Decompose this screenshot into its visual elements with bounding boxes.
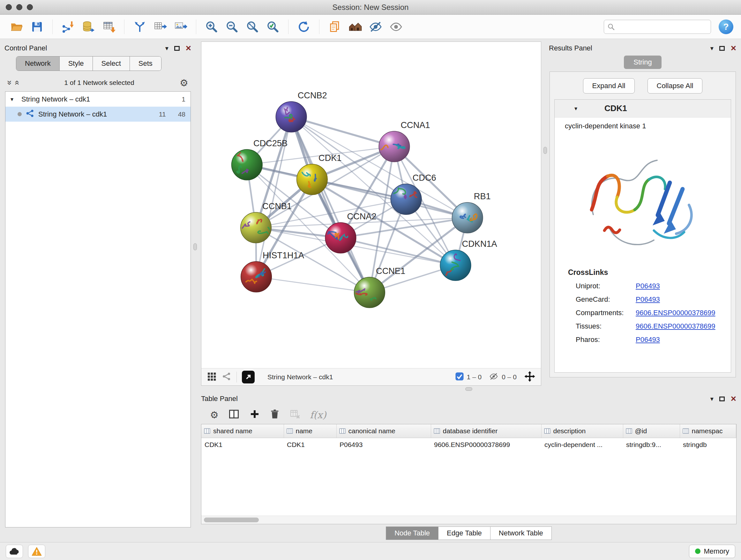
column-header[interactable]: shared name [201,424,284,438]
open-session-button[interactable] [8,18,25,36]
network-node-hist1h1a[interactable]: HIST1H1A [241,250,304,292]
export-network-button[interactable] [151,18,169,36]
zoom-fit-button[interactable] [244,18,261,36]
panel-menu-caret-icon[interactable]: ▾ [165,44,169,52]
pan-move-icon[interactable] [524,370,536,384]
save-session-button[interactable] [28,18,46,36]
tab-string[interactable]: String [624,56,661,69]
close-panel-icon[interactable]: ✕ [731,395,737,403]
cell-name[interactable]: CDK1 [284,438,336,451]
left-splitter-handle[interactable] [193,243,197,250]
show-all-button[interactable] [387,18,405,36]
expand-all-button[interactable]: Expand All [583,78,635,94]
network-from-selection-button[interactable] [131,18,149,36]
network-node-rb1[interactable]: RB1 [452,191,490,233]
panel-menu-caret-icon[interactable]: ▾ [711,44,714,52]
table-splitter-handle[interactable] [465,387,472,391]
tissues-link[interactable]: 9606.ENSP00000378699 [636,322,716,330]
compartments-link[interactable]: 9606.ENSP00000378699 [636,309,716,317]
hidden-eye-slash-icon[interactable] [488,372,499,382]
search-box[interactable] [604,20,711,34]
network-edge[interactable] [291,117,394,146]
close-panel-icon[interactable]: ✕ [185,44,192,53]
network-row[interactable]: String Network – cdk1 11 48 [5,107,191,122]
cell-namespace[interactable]: stringdb [680,438,736,451]
tab-node-table[interactable]: Node Table [386,526,439,540]
gene-accordion-header[interactable]: ▾ CDK1 [555,100,731,118]
string-home-button[interactable] [346,18,364,36]
function-builder-button[interactable]: f(x) [310,409,326,421]
maximize-window-button[interactable] [27,4,33,10]
tab-select[interactable]: Select [93,57,130,71]
search-input[interactable] [617,21,708,33]
cell-canonical-name[interactable]: P06493 [336,438,431,451]
float-panel-icon[interactable] [174,46,180,51]
panel-menu-caret-icon[interactable]: ▾ [711,395,714,402]
network-options-gear-icon[interactable]: ⚙ [180,77,188,88]
column-header[interactable]: @id [623,424,680,438]
cell-shared-name[interactable]: CDK1 [201,438,284,451]
tab-style[interactable]: Style [60,57,93,71]
column-header[interactable]: name [284,424,336,438]
close-panel-icon[interactable]: ✕ [731,44,737,53]
column-header[interactable]: description [541,424,623,438]
float-panel-icon[interactable] [719,46,725,51]
tab-network[interactable]: Network [16,57,60,71]
show-columns-icon[interactable] [228,408,240,421]
hide-selected-button[interactable] [367,18,385,36]
delete-column-icon[interactable] [270,409,280,421]
import-network-file-button[interactable] [59,18,77,36]
network-share-icon[interactable] [222,372,231,382]
zoom-out-button[interactable] [223,18,241,36]
import-network-database-button[interactable] [79,18,97,36]
cell-description[interactable]: cyclin-dependent ... [541,438,623,451]
horizontal-scrollbar[interactable] [201,516,736,524]
network-node-cdkn1a[interactable]: CDKN1A [440,239,497,281]
zoom-selected-button[interactable] [264,18,282,36]
expand-all-networks-icon[interactable]: » [12,80,21,85]
network-view: CCNB2CCNA1CDC25BCDK1CDC6RB1CCNB1CCNA2CDK… [201,42,541,386]
cloud-status-button[interactable] [6,545,23,558]
selected-checkbox-icon[interactable] [455,372,464,382]
import-table-file-button[interactable] [100,18,118,36]
export-image-button[interactable] [172,18,190,36]
birds-eye-view-icon[interactable] [206,371,217,383]
network-canvas[interactable]: CCNB2CCNA1CDC25BCDK1CDC6RB1CCNB1CCNA2CDK… [201,42,541,368]
network-edge[interactable] [312,179,468,218]
genecard-link[interactable]: P06493 [636,295,660,304]
horizontal-scrollbar-thumb[interactable] [204,517,259,522]
zoom-in-button[interactable] [203,18,220,36]
minimize-window-button[interactable] [16,4,22,10]
table-row[interactable]: CDK1 CDK1 P06493 9606.ENSP00000378699 cy… [201,438,736,451]
network-node-cdk1[interactable]: CDK1 [297,153,342,195]
pharos-link[interactable]: P06493 [636,335,660,344]
warnings-button[interactable] [28,545,45,558]
duplicate-network-button[interactable] [326,18,344,36]
column-header[interactable]: canonical name [336,424,431,438]
tab-sets[interactable]: Sets [130,57,161,71]
table-settings-gear-icon[interactable]: ⚙ [210,409,219,421]
network-collection-row[interactable]: ▾ String Network – cdk1 1 [5,91,191,107]
collapse-all-button[interactable]: Collapse All [648,78,703,94]
add-column-icon[interactable] [249,409,260,421]
close-window-button[interactable] [6,4,12,10]
float-panel-icon[interactable] [719,396,725,401]
memory-button[interactable]: Memory [689,545,735,558]
tab-edge-table[interactable]: Edge Table [439,526,490,540]
tree-caret-icon[interactable]: ▾ [10,96,17,103]
network-node-ccna1[interactable]: CCNA1 [378,120,430,162]
help-button[interactable]: ? [719,19,733,34]
open-in-new-window-button[interactable] [242,371,255,383]
cell-id[interactable]: stringdb:9... [623,438,680,451]
tab-network-table[interactable]: Network Table [490,526,552,540]
uniprot-link[interactable]: P06493 [636,282,660,290]
network-edge[interactable] [256,277,369,293]
column-header[interactable]: database identifier [431,424,541,438]
apply-layout-button[interactable] [295,18,313,36]
network-edge[interactable] [291,117,369,293]
column-header[interactable]: namespac [680,424,736,438]
node-label: CDC6 [413,173,436,183]
crosslink-row: Tissues: 9606.ENSP00000378699 [555,320,731,333]
results-splitter-handle[interactable] [543,147,547,154]
cell-database-identifier[interactable]: 9606.ENSP00000378699 [431,438,541,451]
